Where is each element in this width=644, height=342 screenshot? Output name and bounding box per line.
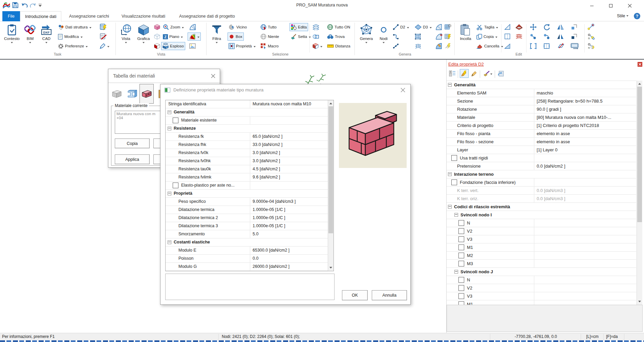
help-button[interactable]: ? [634,13,640,19]
property-value[interactable]: elemento in asse [534,130,636,137]
checkbox[interactable] [458,236,464,242]
property-value[interactable]: 9.0000e-04 [daN/cm3 ] [250,198,328,206]
tutto-on-button[interactable]: Tutto ON [326,23,351,31]
property-row[interactable]: Rotazione 90.0 [ gradi ] [447,105,636,113]
property-row[interactable]: Sezione [258] Rettangolare: b=50 h=788.5 [447,97,636,105]
collapse-icon[interactable] [168,240,171,244]
property-value[interactable] [534,276,636,284]
property-row[interactable]: K terr. vert. 0.0 [daN/cm3 ] [447,187,636,195]
panel-scrollbar[interactable] [637,81,642,305]
checkbox[interactable] [173,117,178,123]
property-row[interactable]: Codici di rilascio estremità [447,203,636,211]
edit-all-button[interactable] [460,69,469,78]
offset-button[interactable] [542,42,551,50]
property-value[interactable]: 65300.0 [daN/cm2 ] [250,247,328,254]
property-value[interactable]: 26000.0 [daN/cm2 ] [250,263,328,271]
maximize-button[interactable] [603,0,618,11]
restore-button[interactable] [497,69,506,78]
property-value[interactable]: 9.6 [daN/cm2 ] [250,173,328,181]
mirror-button[interactable] [556,23,565,31]
property-row[interactable]: Elemento SAM maschio [447,89,636,97]
macro-button[interactable]: Macro [259,42,280,50]
edit-single-button[interactable] [470,69,478,78]
d2-button[interactable]: D2 [392,23,410,31]
preferenze-button[interactable]: Preferenze [57,42,89,50]
property-row[interactable]: M1 [447,300,636,305]
format-painter-button[interactable] [482,69,493,78]
property-row[interactable]: Dilatazione termica 1.0000e-05 [1/C ] [166,206,328,214]
checkbox[interactable] [458,220,464,226]
property-row[interactable]: Svincoli nodo J [447,268,636,276]
scroll-down-button[interactable] [637,299,642,305]
scale-button[interactable] [570,23,578,31]
property-row[interactable]: Materiale esistente [166,116,328,125]
applica-button[interactable]: Applica [115,154,150,164]
property-row[interactable]: N [447,276,636,284]
dati-struttura-button[interactable]: Dati struttura [57,23,92,31]
checkbox[interactable] [451,179,457,185]
property-row[interactable]: V3 [447,292,636,300]
render-fan-button[interactable] [188,23,197,31]
property-value[interactable]: 0.0 [daN/cm3 ] [534,195,636,202]
calc-run-button[interactable] [99,23,108,31]
property-value[interactable]: [80] Muratura nuova con malta M10-... [534,113,636,121]
checkbox[interactable] [458,228,464,234]
property-row[interactable]: Layer [1] Layer 0 [447,146,636,154]
property-value[interactable]: Muratura nuova con malta M10 [250,100,328,108]
fan-generate-button[interactable] [434,23,443,31]
ok-button[interactable]: OK [342,290,368,300]
collapse-icon[interactable] [454,270,458,274]
bim-button[interactable]: BIM [23,22,37,51]
distanza-button[interactable]: Distanza [326,42,351,50]
property-row[interactable]: Usa tratti rigidi [447,154,636,162]
fan-edit-button[interactable] [434,42,443,50]
mirror2-button[interactable] [556,33,565,41]
scroll-up-button[interactable] [637,81,642,86]
collapse-icon[interactable] [448,83,452,87]
property-value[interactable] [534,154,636,162]
seleziona-niente-button[interactable]: Niente [259,33,280,41]
property-row[interactable]: Elasto-plastico per aste no... [166,181,328,190]
polyline-button[interactable] [392,33,400,41]
fan-m-button[interactable]: M [434,33,443,41]
rotate-button[interactable] [542,23,551,31]
color-map-button[interactable] [188,33,201,41]
copy-nodes-button[interactable] [529,33,538,41]
seleziona-tutto-button[interactable]: Tutto [259,23,278,31]
slide-button[interactable] [570,42,580,50]
layers-select-button[interactable] [312,23,320,31]
copia-button[interactable]: Copia [115,138,150,148]
property-row[interactable]: N [447,219,636,227]
property-row[interactable]: Smorzamento 5.0 [166,230,328,238]
property-value[interactable]: 1.0000e-05 [1/C ] [250,206,328,214]
checkbox[interactable] [451,155,457,161]
checkbox[interactable] [458,293,464,299]
vicino-button[interactable]: Vicino [228,23,248,31]
property-value[interactable]: 1.0000e-05 [1/C ] [250,214,328,222]
property-value[interactable]: 3.0 [daN/cm2 ] [250,149,328,157]
tab-assegnazione-dati-progetto[interactable]: Assegnazione dati di progetto [174,11,240,21]
property-row[interactable]: Criterio di progetto [1] Criterio di pro… [447,122,636,130]
renumber-node-button[interactable]: n [586,42,596,50]
property-row[interactable]: Pretensione 0.0 [daN/cm2 ] [447,162,636,170]
property-row[interactable]: Resistenza fv0hk 3.0 [daN/cm2 ] [166,157,328,165]
proprieta-button[interactable]: Proprietà [228,42,257,50]
property-row[interactable]: M1 [447,243,636,252]
property-row[interactable]: Filo fisso - sezione elemento in asse [447,138,636,146]
property-row[interactable]: Generalità [447,81,636,89]
property-row[interactable]: Peso specifico 9.0000e-04 [daN/cm3 ] [166,198,328,206]
property-value[interactable]: 4.5 [daN/cm2 ] [250,165,328,173]
segment2-button[interactable] [392,42,400,50]
zoom-button[interactable]: Zoom [162,23,185,31]
property-row[interactable]: Svincoli nodo I [447,211,636,219]
close-icon[interactable] [400,87,406,93]
stretch-button[interactable] [529,42,538,50]
divide-button[interactable] [503,33,512,41]
property-row[interactable]: Costanti elastiche [166,238,328,247]
cancella-button[interactable]: Cancella [475,42,504,50]
property-value[interactable]: elemento in asse [534,138,636,146]
contesto-button[interactable]: Contesto [2,22,22,51]
surface-button[interactable] [414,42,423,50]
property-value[interactable] [534,284,636,292]
checkbox[interactable] [458,285,464,291]
